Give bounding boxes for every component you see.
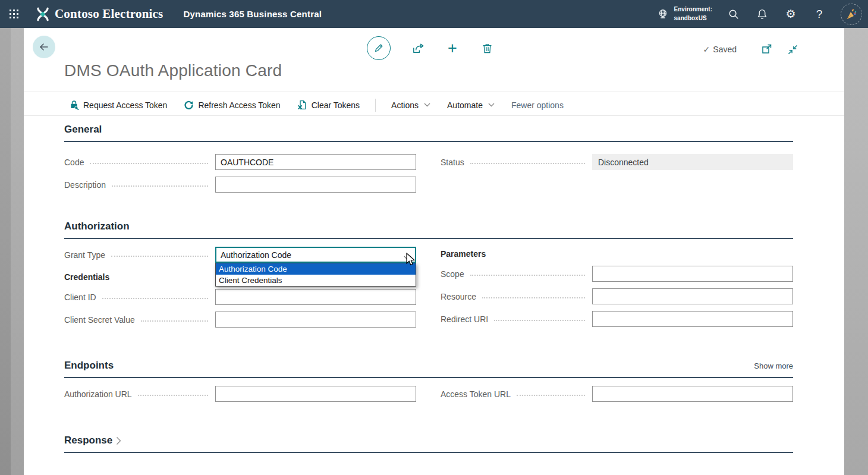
- automate-label: Automate: [447, 100, 483, 110]
- help-button[interactable]: ?: [812, 7, 826, 21]
- authorization-section-heading[interactable]: Authorization: [64, 221, 793, 239]
- brand-name: Contoso Electronics: [55, 7, 163, 21]
- lock-key-icon: [69, 100, 79, 110]
- dotted-leader: [517, 389, 585, 396]
- delete-button[interactable]: [480, 41, 494, 55]
- scope-field-row: Scope: [441, 266, 793, 282]
- plus-icon: +: [448, 40, 457, 56]
- ribbon-divider-top: [24, 92, 844, 92]
- access-token-url-input[interactable]: [592, 386, 793, 402]
- chevron-down-icon: [424, 103, 430, 107]
- top-navigation-bar: Contoso Electronics Dynamics 365 Busines…: [0, 0, 868, 28]
- client-id-input[interactable]: [215, 289, 416, 305]
- dotted-leader: [111, 250, 208, 257]
- authorization-url-input[interactable]: [215, 386, 416, 402]
- waffle-icon: [10, 10, 19, 19]
- dotted-leader: [470, 157, 585, 164]
- credentials-group-label: Credentials: [64, 272, 109, 282]
- dotted-leader: [112, 180, 208, 187]
- back-button[interactable]: [33, 36, 55, 58]
- show-more-link[interactable]: Show more: [754, 361, 793, 370]
- saved-indicator: ✓ Saved: [703, 45, 737, 54]
- general-section: General Code Status Disconnected Descrip…: [64, 124, 793, 204]
- oauth-application-card: + ✓ Saved: [24, 28, 844, 475]
- grant-type-label: Grant Type: [64, 250, 105, 260]
- settings-button[interactable]: ⚙: [784, 7, 798, 21]
- grant-type-value: Authorization Code: [221, 250, 291, 260]
- document-x-icon: [297, 100, 307, 110]
- actions-menu-button[interactable]: Actions: [386, 98, 435, 112]
- client-id-field-row: Client ID: [64, 289, 416, 305]
- background-strip-right: [844, 28, 868, 475]
- access-token-url-field-row: Access Token URL: [441, 386, 793, 402]
- chevron-down-icon: [488, 103, 495, 107]
- dropdown-option-authorization-code[interactable]: Authorization Code: [216, 263, 416, 275]
- status-value: Disconnected: [592, 154, 793, 170]
- search-button[interactable]: [727, 7, 741, 21]
- collapse-arrows-icon: [787, 44, 798, 55]
- scope-input[interactable]: [592, 266, 793, 282]
- parameters-group-label-row: Parameters: [441, 249, 793, 259]
- topbar-right-controls: Environment: sandboxUS ⚙ ?: [656, 4, 868, 25]
- globe-icon: [656, 8, 669, 21]
- parameters-group-label: Parameters: [441, 249, 486, 259]
- dotted-leader: [470, 269, 585, 276]
- chevron-down-icon[interactable]: [404, 253, 411, 263]
- app-title: Dynamics 365 Business Central: [184, 9, 322, 19]
- code-input[interactable]: [215, 154, 416, 170]
- edit-button[interactable]: [367, 36, 391, 60]
- environment-text: Environment: sandboxUS: [674, 5, 712, 23]
- new-button[interactable]: +: [445, 41, 460, 55]
- environment-badge[interactable]: Environment: sandboxUS: [656, 5, 712, 23]
- background-strip-left-light: [11, 28, 24, 475]
- endpoints-row-1: Authorization URL Access Token URL: [64, 386, 793, 402]
- notifications-button[interactable]: [755, 7, 769, 21]
- actions-label: Actions: [391, 100, 419, 110]
- dotted-leader: [141, 314, 208, 322]
- page-action-icons: +: [367, 36, 494, 60]
- dotted-leader: [494, 314, 585, 321]
- background-strip-left-dark: [0, 28, 11, 475]
- question-mark-icon: ?: [816, 8, 823, 21]
- description-input[interactable]: [215, 177, 416, 193]
- endpoints-section-heading[interactable]: Endpoints Show more: [64, 360, 793, 378]
- automate-menu-button[interactable]: Automate: [442, 98, 499, 112]
- app-launcher-button[interactable]: [0, 0, 28, 28]
- client-secret-input[interactable]: [215, 312, 416, 328]
- collapse-button[interactable]: [785, 42, 800, 56]
- request-access-token-button[interactable]: Request Access Token: [64, 97, 172, 112]
- general-section-heading[interactable]: General: [64, 124, 793, 142]
- response-section: Response: [64, 435, 793, 453]
- dropdown-option-client-credentials[interactable]: Client Credentials: [216, 275, 416, 286]
- contoso-logo-icon: [35, 7, 51, 22]
- saved-label: Saved: [713, 45, 737, 54]
- clear-tokens-button[interactable]: Clear Tokens: [293, 97, 364, 112]
- share-button[interactable]: [411, 41, 425, 55]
- authorization-url-label: Authorization URL: [64, 389, 132, 399]
- arrow-left-icon: [38, 41, 50, 53]
- dotted-leader: [138, 389, 208, 396]
- refresh-access-token-button[interactable]: Refresh Access Token: [179, 97, 285, 112]
- general-row-1: Code Status Disconnected: [64, 154, 793, 170]
- request-access-token-label: Request Access Token: [83, 100, 167, 110]
- grant-type-combobox[interactable]: Authorization Code: [215, 247, 416, 263]
- screen: Contoso Electronics Dynamics 365 Busines…: [0, 0, 868, 475]
- pencil-icon: [373, 43, 384, 54]
- ribbon: Request Access Token Refresh Access Toke…: [64, 95, 568, 115]
- code-field-row: Code: [64, 154, 416, 170]
- redirect-uri-input[interactable]: [592, 311, 793, 327]
- fewer-options-button[interactable]: Fewer options: [507, 98, 568, 112]
- page-title: DMS OAuth Application Card: [64, 61, 282, 80]
- resource-input[interactable]: [592, 288, 793, 304]
- redirect-uri-field-row: Redirect URI: [441, 311, 793, 327]
- redirect-uri-label: Redirect URI: [441, 314, 488, 324]
- resource-label: Resource: [441, 292, 476, 301]
- gear-icon: ⚙: [785, 7, 795, 21]
- client-secret-field-row: Client Secret Value: [64, 312, 416, 328]
- bell-icon: [756, 8, 769, 21]
- grant-type-field-row: Grant Type Authorization Code: [64, 247, 416, 263]
- open-in-new-window-button[interactable]: [760, 42, 774, 56]
- brand-logo[interactable]: Contoso Electronics: [35, 7, 163, 22]
- account-avatar[interactable]: [841, 4, 862, 25]
- response-section-heading[interactable]: Response: [64, 435, 793, 453]
